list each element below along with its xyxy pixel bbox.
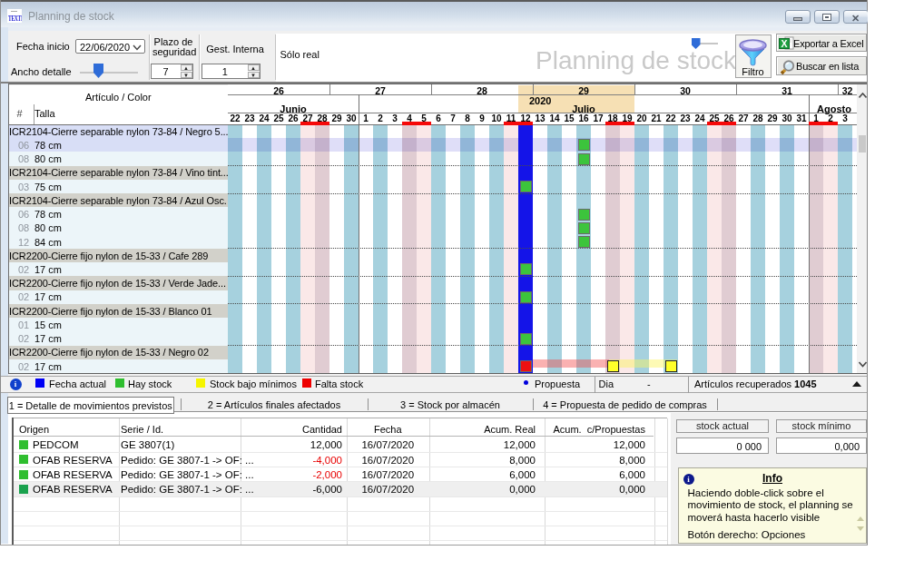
svg-text:X: X bbox=[781, 38, 787, 49]
